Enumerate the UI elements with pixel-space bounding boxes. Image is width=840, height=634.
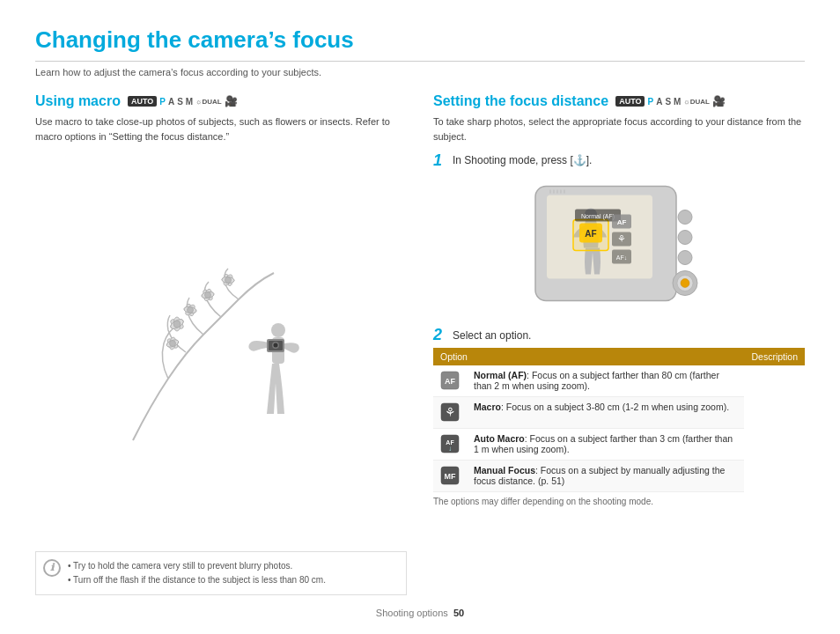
macro-icon: ⚘ [440,402,460,422]
note-box: ℹ • Try to hold the camera very still to… [35,551,407,595]
svg-point-14 [188,306,194,313]
manual-focus-desc: Manual Focus: Focus on a subject by manu… [467,461,744,492]
right-mode-badges: AUTO P A S M ☼DUAL 🎥 [615,95,726,107]
camera-screen-svg: Normal (AF) AF ⚘ AF↓ AF [531,175,707,316]
auto-badge: AUTO [128,96,157,107]
s-badge: S [177,97,183,107]
video-badge: 🎥 [225,95,238,107]
svg-text:Normal (AF): Normal (AF) [581,213,615,220]
table-row: AF ↓ Auto Macro: Focus on a subject fart… [433,429,805,461]
step-2-number: 2 [433,327,447,343]
svg-point-47 [678,251,692,265]
svg-text:MF: MF [445,472,456,481]
m-badge: M [186,97,193,107]
auto-macro-desc: Auto Macro: Focus on a subject farther t… [467,429,744,461]
page: Changing the camera’s focus Learn how to… [0,0,840,634]
right-m-badge: M [674,97,681,107]
right-section-heading: Setting the focus distance AUTO P A S M … [433,93,805,109]
right-column: Setting the focus distance AUTO P A S M … [433,93,805,595]
a-badge: A [168,97,174,107]
svg-point-30 [274,343,278,347]
svg-point-25 [271,323,285,337]
svg-text:↓: ↓ [448,445,452,453]
right-video-badge: 🎥 [712,95,726,107]
manual-focus-icon: MF [440,466,460,485]
macro-desc: Macro: Focus on a subject 3-80 cm (1-2 m… [467,397,744,429]
using-macro-title: Using macro [35,93,121,109]
left-mode-badges: AUTO P A S M ☼DUAL 🎥 [128,95,238,107]
note-line-1: • Try to hold the camera very still to p… [68,559,397,573]
svg-text:AF: AF [617,218,627,226]
step-2-text: Select an option. [453,328,531,342]
svg-point-46 [678,231,692,245]
description-col-header: Description [744,348,805,365]
table-row: AF Normal (AF): Focus on a subject farth… [433,365,805,397]
right-dual-badge: ☼DUAL [683,98,710,106]
step-1: 1 In Shooting mode, press [⚓]. [433,152,805,168]
note-icon: ℹ [43,559,61,577]
auto-macro-icon-cell: AF ↓ [433,429,467,461]
normal-af-icon: AF [440,371,460,390]
p-badge: P [159,97,166,107]
right-auto-badge: AUTO [615,96,645,107]
camera-illustration-area: Normal (AF) AF ⚘ AF↓ AF [433,175,805,316]
svg-point-45 [678,210,692,225]
footer-text: Shooting options [376,608,448,618]
right-s-badge: S [665,97,671,107]
option-col-header: Option [433,348,744,365]
step-1-number: 1 [433,152,447,168]
svg-text:⚘: ⚘ [445,405,456,419]
svg-text:AF: AF [445,377,455,386]
dual-badge: ☼DUAL [195,98,222,106]
left-section-body: Use macro to take close-up photos of sub… [35,114,407,144]
macro-icon-cell: ⚘ [433,397,467,429]
auto-macro-icon: AF ↓ [440,434,460,453]
left-section-heading: Using macro AUTO P A S M ☼DUAL 🎥 [35,93,407,109]
focus-distance-title: Setting the focus distance [433,93,608,109]
options-table: Option Description AF Normal (AF): Focus… [433,348,805,492]
left-column: Using macro AUTO P A S M ☼DUAL 🎥 Use mac… [35,93,407,595]
table-row: MF Manual Focus: Focus on a subject by m… [433,461,805,492]
step-1-text: In Shooting mode, press [⚓]. [453,152,592,166]
manual-focus-icon-cell: MF [433,461,467,492]
svg-point-24 [225,276,232,283]
svg-text:⚘: ⚘ [617,233,626,244]
macro-illustration-area [35,152,407,542]
normal-af-icon-cell: AF [433,365,467,397]
page-number: 50 [453,608,464,618]
table-row: ⚘ Macro: Focus on a subject 3-80 cm (1-2… [433,397,805,429]
step-2: 2 Select an option. [433,327,805,343]
svg-point-19 [205,291,211,298]
svg-text:AF: AF [585,229,596,239]
right-a-badge: A [656,97,662,107]
right-section-body: To take sharp photos, select the appropr… [433,114,805,144]
svg-point-4 [173,321,181,328]
svg-text:AF↓: AF↓ [616,254,627,261]
macro-svg [115,247,327,449]
svg-point-50 [681,279,689,288]
page-title: Changing the camera’s focus [35,26,805,62]
svg-point-9 [170,340,176,346]
normal-af-desc: Normal (AF): Focus on a subject farther … [467,365,744,397]
footer: Shooting options 50 [0,608,840,618]
page-subtitle: Learn how to adjust the camera’s focus a… [35,67,805,77]
note-line-2: • Turn off the flash if the distance to … [68,573,397,587]
columns: Using macro AUTO P A S M ☼DUAL 🎥 Use mac… [35,93,805,595]
right-p-badge: P [647,97,653,107]
table-footnote: The options may differ depending on the … [433,497,805,506]
